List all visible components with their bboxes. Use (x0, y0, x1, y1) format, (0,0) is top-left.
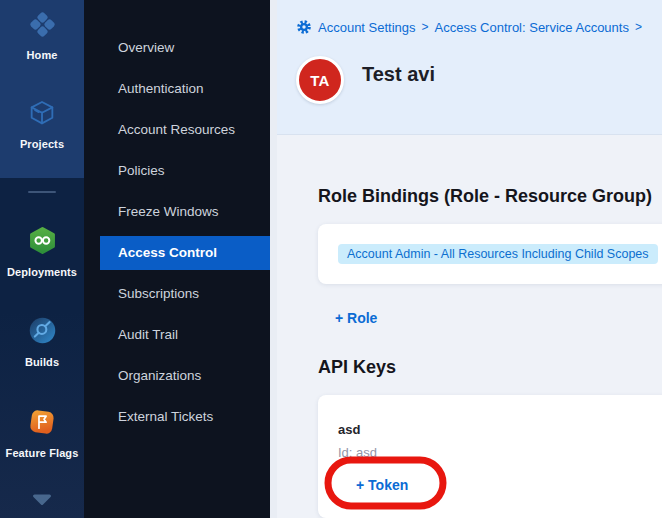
settings-nav: Overview Authentication Account Resource… (84, 0, 270, 518)
module-label: Projects (20, 138, 64, 150)
breadcrumb-account-settings[interactable]: Account Settings (318, 20, 416, 35)
cube-icon (28, 99, 56, 131)
builds-icon (28, 316, 57, 349)
sidebar-item-policies[interactable]: Policies (84, 150, 270, 191)
api-key-card: asd Id: asd + Token (318, 395, 662, 518)
page-title: Test avi (362, 63, 435, 86)
sidebar-item-freeze-windows[interactable]: Freeze Windows (84, 191, 270, 232)
module-sidebar: Home Projects Deployments (0, 0, 84, 518)
avatar: TA (296, 56, 344, 104)
deployments-icon (28, 226, 57, 259)
sidebar-item-organizations[interactable]: Organizations (84, 355, 270, 396)
sidebar-item-overview[interactable]: Overview (84, 27, 270, 68)
sidebar-item-feature-flags[interactable]: Feature Flags (0, 408, 84, 459)
page-header: Account Settings > Access Control: Servi… (277, 0, 662, 135)
module-label: Home (27, 49, 58, 61)
api-key-name: asd (338, 423, 662, 437)
main-area: Account Settings > Access Control: Servi… (270, 0, 662, 518)
chevron-down-icon[interactable] (31, 492, 53, 510)
sidebar-item-access-control[interactable]: Access Control (84, 232, 270, 273)
role-bindings-card: Account Admin - All Resources Including … (318, 224, 662, 284)
sidebar-item-subscriptions[interactable]: Subscriptions (84, 273, 270, 314)
sidebar-item-projects[interactable]: Projects (0, 99, 84, 150)
gear-icon (296, 19, 312, 35)
api-keys-heading: API Keys (318, 356, 662, 378)
sidebar-item-audit-trail[interactable]: Audit Trail (84, 314, 270, 355)
sidebar-item-authentication[interactable]: Authentication (84, 68, 270, 109)
breadcrumb-separator: > (635, 20, 642, 34)
breadcrumb: Account Settings > Access Control: Servi… (296, 19, 642, 35)
module-label: Feature Flags (6, 447, 79, 459)
module-label: Builds (25, 356, 59, 368)
feature-flags-icon (28, 408, 56, 440)
sidebar-item-home[interactable]: Home (0, 11, 84, 61)
home-grid-icon (29, 11, 56, 42)
role-binding-chip[interactable]: Account Admin - All Resources Including … (338, 244, 658, 264)
breadcrumb-separator: > (422, 20, 429, 34)
add-role-button[interactable]: + Role (335, 310, 377, 326)
sidebar-item-external-tickets[interactable]: External Tickets (84, 396, 270, 437)
module-label: Deployments (7, 266, 77, 278)
add-token-button[interactable]: + Token (356, 477, 408, 493)
avatar-initials: TA (310, 72, 329, 89)
sidebar-item-account-resources[interactable]: Account Resources (84, 109, 270, 150)
rail-divider (28, 191, 56, 193)
content-area: Role Bindings (Role - Resource Group) Ac… (277, 135, 662, 518)
role-bindings-heading: Role Bindings (Role - Resource Group) (318, 135, 662, 207)
sidebar-item-deployments[interactable]: Deployments (0, 226, 84, 278)
api-key-id: Id: asd (338, 446, 662, 460)
sidebar-item-builds[interactable]: Builds (0, 316, 84, 368)
breadcrumb-access-control-service-accounts[interactable]: Access Control: Service Accounts (435, 20, 629, 35)
